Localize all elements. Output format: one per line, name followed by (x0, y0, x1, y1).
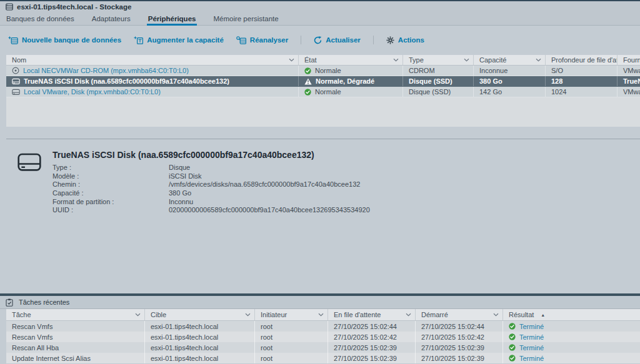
task-target: esxi-01.tips4tech.local (151, 343, 218, 353)
chevron-down-icon[interactable] (245, 313, 251, 317)
devices-table-header: Nom État Type Capacité Profondeur de fil… (6, 55, 640, 66)
chevron-down-icon[interactable] (135, 313, 141, 317)
tab-bar: Banques de données Adaptateurs Périphéri… (0, 12, 640, 26)
status-ok-icon (304, 67, 311, 74)
cdrom-icon (12, 67, 19, 74)
chevron-down-icon[interactable] (493, 313, 499, 317)
task-result-link[interactable]: Terminé (519, 332, 544, 342)
status-ok-icon (304, 89, 311, 96)
status-ok-icon (509, 333, 516, 340)
column-header-initiateur[interactable]: Initiateur (255, 309, 328, 320)
column-header-demarre[interactable]: Démarré (416, 309, 503, 320)
device-provider: VMwar (623, 66, 640, 76)
disk-icon (12, 89, 20, 96)
tab-memoire-persistante[interactable]: Mémoire persistante (213, 12, 278, 25)
chevron-down-icon[interactable] (406, 313, 411, 317)
task-row[interactable]: Rescan All Hba esxi-01.tips4tech.local r… (6, 342, 640, 353)
column-header-type[interactable]: Type (403, 55, 474, 65)
task-row[interactable]: Rescan Vmfs esxi-01.tips4tech.local root… (6, 332, 640, 342)
toolbar-separator (373, 36, 374, 44)
device-capacity: 142 Go (479, 87, 502, 97)
new-datastore-button[interactable]: Nouvelle banque de données (8, 36, 121, 44)
column-header-nom[interactable]: Nom (6, 55, 299, 65)
task-row[interactable]: Update Internet Scsi Alias esxi-01.tips4… (6, 353, 640, 363)
device-name-link[interactable]: Local VMware, Disk (mpx.vmhba0:C0:T0:L0) (24, 87, 161, 97)
device-row-local-vmware[interactable]: Local VMware, Disk (mpx.vmhba0:C0:T0:L0)… (6, 87, 640, 97)
task-target: esxi-01.tips4tech.local (151, 332, 218, 342)
device-name-link[interactable]: TrueNAS iSCSI Disk (naa.6589cfc000000bf9… (24, 76, 229, 86)
toolbar: Nouvelle banque de données Augmenter la … (8, 34, 437, 46)
column-header-capacite[interactable]: Capacité (474, 55, 546, 65)
refresh-button[interactable]: Actualiser (314, 36, 361, 44)
device-row-cdrom[interactable]: Local NECVMWar CD-ROM (mpx.vmhba64:C0:T0… (6, 66, 640, 76)
detail-field-format-partition: Format de partition : Inconnu (52, 198, 370, 207)
increase-capacity-button[interactable]: Augmenter la capacité (134, 36, 224, 44)
tab-peripheriques[interactable]: Périphériques (148, 12, 196, 25)
detail-field-type: Type : Disque (52, 164, 370, 172)
task-initiator: root (261, 322, 272, 332)
status-ok-icon (509, 323, 516, 330)
capacity-add-icon (134, 36, 143, 44)
task-start-time: 27/10/2025 15:02:44 (421, 322, 484, 332)
task-queued-time: 27/10/2025 15:02:39 (334, 343, 397, 353)
device-queue-depth: 128 (551, 76, 562, 86)
details-title: TrueNAS iSCSI Disk (naa.6589cfc000000bf9… (52, 150, 314, 160)
status-warning-icon (304, 78, 312, 85)
task-initiator: root (261, 332, 272, 342)
column-header-tache[interactable]: Tâche (6, 309, 145, 320)
column-header-en-file-attente[interactable]: En file d'attente (328, 309, 416, 320)
column-header-resultat[interactable]: Résultat ▲ (503, 309, 640, 320)
rescan-icon (236, 36, 246, 44)
chevron-down-icon[interactable] (289, 58, 294, 62)
chevron-down-icon[interactable] (393, 58, 399, 62)
chevron-down-icon[interactable] (318, 313, 324, 317)
column-header-etat[interactable]: État (299, 55, 403, 65)
task-start-time: 27/10/2025 15:02:39 (421, 353, 484, 363)
toolbar-separator (301, 36, 301, 44)
task-result-link[interactable]: Terminé (519, 343, 544, 353)
device-queue-depth: 1024 (551, 87, 566, 97)
task-initiator: root (261, 353, 272, 363)
task-result-link[interactable]: Terminé (519, 353, 544, 363)
section-divider (6, 139, 640, 139)
device-queue-depth: S/O (551, 66, 563, 76)
titlebar: esxi-01.tips4tech.local - Stockage (0, 1, 640, 12)
chevron-down-icon[interactable] (536, 58, 541, 62)
device-capacity: Inconnue (479, 66, 508, 76)
disk-icon-large (16, 152, 42, 173)
task-start-time: 27/10/2025 15:02:42 (421, 332, 484, 342)
device-provider: TrueN (623, 76, 640, 86)
task-target: esxi-01.tips4tech.local (151, 322, 218, 332)
rescan-button[interactable]: Réanalyser (236, 36, 288, 44)
tab-adaptateurs[interactable]: Adaptateurs (92, 12, 131, 25)
storage-icon (6, 3, 13, 11)
tab-banques-de-donnees[interactable]: Banques de données (6, 12, 74, 25)
task-row[interactable]: Rescan Vmfs esxi-01.tips4tech.local root… (6, 321, 640, 332)
device-type: Disque (SSD) (409, 76, 452, 86)
detail-field-modele: Modèle : iSCSI Disk (52, 172, 370, 181)
device-type: Disque (SSD) (409, 87, 451, 97)
task-target: esxi-01.tips4tech.local (151, 353, 218, 363)
device-provider: VMwar (623, 87, 640, 97)
chevron-down-icon[interactable] (464, 58, 469, 62)
column-header-profondeur-file[interactable]: Profondeur de file d'atten (546, 55, 618, 65)
device-type: CDROM (409, 66, 435, 76)
device-state: Normale (315, 66, 341, 76)
device-state: Normale (315, 87, 341, 97)
device-name-link[interactable]: Local NECVMWar CD-ROM (mpx.vmhba64:C0:T0… (23, 66, 189, 76)
device-capacity: 380 Go (479, 76, 502, 86)
status-ok-icon (509, 355, 516, 362)
device-details-panel: TrueNAS iSCSI Disk (naa.6589cfc000000bf9… (0, 150, 640, 225)
task-queued-time: 27/10/2025 15:02:39 (334, 353, 397, 363)
column-header-fournisseur[interactable]: Fourni (618, 55, 640, 65)
task-name: Update Internet Scsi Alias (12, 353, 91, 363)
page-title: esxi-01.tips4tech.local - Stockage (17, 3, 131, 11)
task-queued-time: 27/10/2025 15:02:44 (334, 322, 397, 332)
tasks-clipboard-icon (6, 298, 13, 307)
task-result-link[interactable]: Terminé (519, 322, 544, 332)
device-row-truenas-selected[interactable]: TrueNAS iSCSI Disk (naa.6589cfc000000bf9… (6, 76, 640, 87)
actions-button[interactable]: Actions (386, 36, 424, 44)
tasks-table: Tâche Cible Initiateur En file d'attente… (6, 309, 640, 363)
column-header-cible[interactable]: Cible (145, 309, 255, 320)
tasks-panel-title: Tâches récentes (19, 298, 69, 306)
